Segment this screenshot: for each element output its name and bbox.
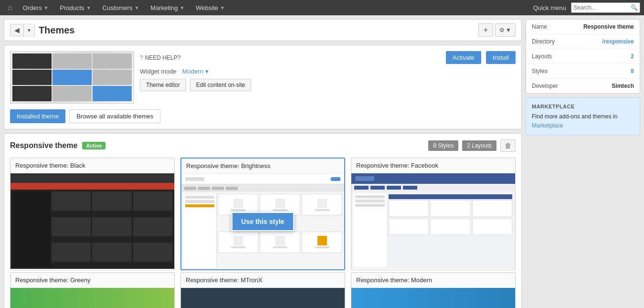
theme-card-preview-modern xyxy=(351,288,515,308)
theme-editor-button[interactable]: Theme editor xyxy=(140,79,186,91)
installed-theme-tab[interactable]: Installed theme xyxy=(10,109,65,123)
back-button-group: ◀ ▼ xyxy=(10,24,35,36)
nav-label-products: Products xyxy=(60,4,84,11)
theme-card-title-mtronx: Responsive theme: MTronX xyxy=(181,273,345,288)
info-label-layouts: Layouts xyxy=(532,53,552,60)
responsive-title-group: Responsive theme Active xyxy=(10,141,106,150)
info-label-styles: Styles xyxy=(532,68,548,74)
nav-item-products[interactable]: Products ▼ xyxy=(55,0,95,15)
home-icon[interactable]: ⌂ xyxy=(4,3,16,12)
widget-mode-label: Widget mode xyxy=(140,68,177,75)
theme-card-title-facebook: Responsive theme: Facebook xyxy=(351,158,515,173)
theme-card-facebook: Responsive theme: Facebook xyxy=(351,158,516,270)
marketplace-link[interactable]: Marketplace xyxy=(532,122,563,129)
preview-top: ? NEED HELP? Activate Install Widget mod… xyxy=(10,51,516,104)
chevron-down-icon: ▾ xyxy=(205,68,209,75)
responsive-theme-section: Responsive theme Active 8 Styles 2 Layou… xyxy=(4,133,522,308)
quick-menu-search[interactable]: 🔍 xyxy=(571,2,640,13)
info-label-directory: Directory xyxy=(532,38,555,45)
page-title: Themes xyxy=(39,25,475,36)
info-panel: Name Responsive theme Directory /respons… xyxy=(526,19,640,94)
info-row-developer: Developer Simtech xyxy=(526,79,640,93)
chevron-down-icon: ▼ xyxy=(179,5,184,11)
header-actions: + ⚙ ▼ xyxy=(478,23,516,37)
info-value-directory: /responsive xyxy=(602,38,634,45)
quick-menu-label: Quick menu xyxy=(533,4,566,11)
info-value-name: Responsive theme xyxy=(583,23,634,30)
add-button[interactable]: + xyxy=(478,23,493,37)
info-row-styles: Styles 8 xyxy=(526,64,640,79)
chevron-down-icon: ▼ xyxy=(43,5,48,11)
theme-card-preview-black xyxy=(11,173,174,269)
chevron-down-icon: ▼ xyxy=(506,27,511,33)
theme-card-modern: Responsive theme: Modern xyxy=(351,272,516,308)
theme-tab-buttons: Installed theme Browse all available the… xyxy=(10,109,516,123)
theme-card-title-black: Responsive theme: Black xyxy=(11,158,174,173)
nav-label-website: Website xyxy=(196,4,218,11)
theme-grid: Responsive theme: Black xyxy=(10,158,516,270)
bottom-theme-grid: Responsive theme: Greeny Responsive them… xyxy=(10,272,516,308)
use-style-button[interactable]: Use this style xyxy=(232,212,294,231)
nav-item-customers[interactable]: Customers ▼ xyxy=(98,0,144,15)
back-button[interactable]: ◀ xyxy=(11,24,24,36)
theme-card-black: Responsive theme: Black xyxy=(10,158,175,270)
gear-icon: ⚙ xyxy=(499,27,505,33)
theme-card-title-modern: Responsive theme: Modern xyxy=(351,273,515,288)
info-row-layouts: Layouts 2 xyxy=(526,49,640,64)
chevron-down-icon: ▼ xyxy=(86,5,91,11)
nav-item-orders[interactable]: Orders ▼ xyxy=(18,0,53,15)
chevron-down-icon: ▼ xyxy=(220,5,225,11)
left-panel: ◀ ▼ Themes + ⚙ ▼ xyxy=(4,19,522,308)
help-icon: ? xyxy=(140,54,143,61)
widget-mode-value[interactable]: Modern ▾ xyxy=(182,68,209,75)
info-value-styles: 8 xyxy=(631,68,634,74)
theme-card-preview-greeny xyxy=(11,288,174,308)
marketplace-panel: MARKETPLACE Find more add-ons and themes… xyxy=(526,97,640,135)
preview-controls: ? NEED HELP? Activate Install Widget mod… xyxy=(140,51,516,104)
theme-card-brightness: Responsive theme: Brightness xyxy=(180,158,345,270)
edit-content-button[interactable]: Edit content on-site xyxy=(190,79,252,91)
theme-preview-section: ? NEED HELP? Activate Install Widget mod… xyxy=(4,45,522,129)
info-label-name: Name xyxy=(532,23,547,30)
delete-theme-button[interactable]: 🗑 xyxy=(500,139,516,152)
chevron-down-icon: ▼ xyxy=(134,5,139,11)
right-sidebar: Name Responsive theme Directory /respons… xyxy=(526,19,640,308)
search-input[interactable] xyxy=(573,4,631,11)
browse-themes-tab[interactable]: Browse all available themes xyxy=(69,109,160,123)
need-help-bar: ? NEED HELP? Activate Install xyxy=(140,51,516,64)
active-badge: Active xyxy=(82,142,106,149)
theme-card-preview-mtronx xyxy=(181,288,345,308)
styles-button[interactable]: 8 Styles xyxy=(428,140,458,151)
theme-card-preview-brightness: Use this style xyxy=(181,174,344,269)
need-help-text: NEED HELP? xyxy=(145,54,181,61)
theme-card-preview-facebook xyxy=(351,173,515,269)
search-icon: 🔍 xyxy=(631,4,638,11)
back-dropdown-button[interactable]: ▼ xyxy=(24,26,34,35)
responsive-header: Responsive theme Active 8 Styles 2 Layou… xyxy=(10,139,516,152)
marketplace-title: MARKETPLACE xyxy=(532,104,634,109)
marketplace-text: Find more add-ons and themes in xyxy=(532,113,634,120)
nav-item-website[interactable]: Website ▼ xyxy=(191,0,230,15)
nav-label-marketing: Marketing xyxy=(150,4,178,11)
info-value-developer: Simtech xyxy=(612,83,634,89)
theme-thumbnail xyxy=(10,51,134,104)
content-wrapper: ◀ ▼ Themes + ⚙ ▼ xyxy=(0,15,644,308)
theme-card-title-greeny: Responsive theme: Greeny xyxy=(11,273,174,288)
theme-card-title-brightness: Responsive theme: Brightness xyxy=(181,159,344,174)
responsive-actions: 8 Styles 2 Layouts 🗑 xyxy=(428,139,516,152)
page-header: ◀ ▼ Themes + ⚙ ▼ xyxy=(4,19,522,41)
activate-button[interactable]: Activate xyxy=(446,51,481,64)
theme-card-greeny: Responsive theme: Greeny xyxy=(10,272,175,308)
info-label-developer: Developer xyxy=(532,83,558,89)
use-style-overlay: Use this style xyxy=(181,174,344,269)
settings-button[interactable]: ⚙ ▼ xyxy=(495,23,516,37)
editor-buttons: Theme editor Edit content on-site xyxy=(140,79,516,91)
layouts-button[interactable]: 2 Layouts xyxy=(462,140,496,151)
main-container: ◀ ▼ Themes + ⚙ ▼ xyxy=(0,15,644,308)
responsive-theme-title: Responsive theme xyxy=(10,141,77,150)
top-navigation: ⌂ Orders ▼ Products ▼ Customers ▼ Market… xyxy=(0,0,644,15)
widget-mode-row: Widget mode Modern ▾ xyxy=(140,68,516,75)
nav-item-marketing[interactable]: Marketing ▼ xyxy=(146,0,189,15)
info-value-layouts: 2 xyxy=(631,53,634,60)
install-button[interactable]: Install xyxy=(486,51,516,64)
